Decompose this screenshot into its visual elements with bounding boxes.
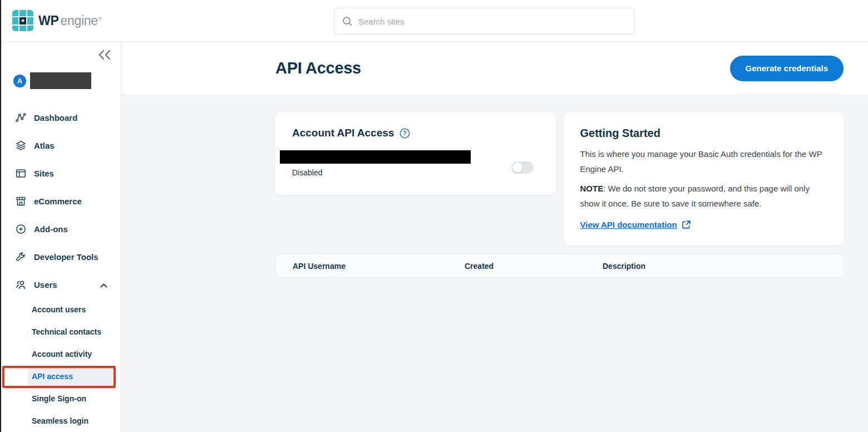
sidebar-item-ecommerce[interactable]: eCommerce: [1, 187, 121, 215]
wp-engine-app: ✦ WP engine ® A: [0, 0, 868, 432]
card-title: Getting Started: [580, 127, 827, 140]
layers-icon: [16, 140, 26, 151]
api-access-status: Disabled: [292, 168, 539, 177]
users-subnav: Account users Technical contacts Account…: [1, 298, 121, 432]
column-description: Description: [603, 262, 843, 271]
redacted-account-name: [30, 72, 91, 89]
subitem-label: Technical contacts: [32, 327, 101, 336]
storefront-icon: [16, 196, 26, 207]
svg-text:?: ?: [403, 130, 407, 136]
external-link-icon: [682, 220, 691, 229]
sidebar-nav: Dashboard Atlas: [1, 104, 121, 432]
column-created: Created: [465, 262, 603, 271]
top-bar: ✦ WP engine ®: [1, 0, 868, 42]
sidebar-item-label: Users: [34, 280, 57, 289]
main-content: API Access Generate credentials Account …: [121, 42, 868, 432]
wp-engine-logo: ✦ WP engine ®: [12, 10, 102, 31]
subitem-label: Seamless login: [32, 416, 88, 425]
getting-started-paragraph: This is where you manage your Basic Auth…: [580, 146, 827, 176]
sidebar-item-developer-tools[interactable]: Developer Tools: [1, 243, 121, 271]
search-input[interactable]: [358, 17, 634, 26]
sidebar-item-label: Developer Tools: [34, 252, 98, 262]
sidebar-item-addons[interactable]: Add-ons: [1, 215, 121, 243]
card-title: Account API Access: [292, 127, 394, 139]
account-api-access-card: Account API Access ? Disabled: [275, 112, 555, 195]
sidebar-collapse-button[interactable]: [1, 42, 121, 60]
sidebar-item-label: eCommerce: [34, 197, 82, 206]
note-text: : We do not store your password, and thi…: [580, 184, 810, 208]
sidebar-item-account-users[interactable]: Account users: [1, 298, 121, 321]
sidebar: A Dashboard: [1, 42, 121, 432]
browser-layout-icon: [16, 168, 26, 179]
dashboard-icon: [16, 112, 26, 123]
account-selector[interactable]: A: [13, 72, 121, 89]
toggle-knob: [512, 163, 522, 173]
page-header: API Access Generate credentials: [121, 42, 868, 95]
page-title: API Access: [275, 59, 361, 77]
getting-started-card: Getting Started This is where you manage…: [564, 112, 844, 246]
sidebar-item-label: Dashboard: [34, 113, 77, 122]
content-area: Account API Access ? Disabled: [121, 95, 868, 278]
sidebar-item-label: Sites: [34, 169, 54, 178]
wrench-icon: [16, 252, 26, 262]
sidebar-item-technical-contacts[interactable]: Technical contacts: [1, 321, 121, 343]
sidebar-item-single-sign-on[interactable]: Single Sign-on: [1, 387, 121, 410]
sidebar-item-account-activity[interactable]: Account activity: [1, 343, 121, 365]
sidebar-item-label: Add-ons: [34, 224, 68, 234]
subitem-label: Account users: [32, 305, 86, 314]
sidebar-item-dashboard[interactable]: Dashboard: [1, 104, 121, 131]
sidebar-item-api-access[interactable]: API access: [28, 367, 116, 386]
subitem-label: Single Sign-on: [32, 394, 86, 403]
chevron-up-icon: [100, 280, 107, 289]
credentials-table-header: API Username Created Description: [275, 254, 844, 278]
help-icon[interactable]: ?: [400, 128, 410, 139]
site-search[interactable]: [334, 8, 634, 35]
sidebar-item-sites[interactable]: Sites: [1, 159, 121, 187]
account-avatar: A: [13, 75, 26, 87]
sidebar-item-atlas[interactable]: Atlas: [1, 131, 121, 159]
users-icon: [16, 279, 26, 290]
subitem-label: Account activity: [32, 350, 92, 359]
wp-engine-logo-icon: ✦: [12, 10, 33, 31]
column-api-username: API Username: [293, 262, 465, 271]
getting-started-note: NOTE: We do not store your password, and…: [580, 181, 827, 211]
plus-circle-icon: [16, 224, 26, 234]
search-icon: [342, 16, 353, 27]
link-label: View API documentation: [580, 220, 677, 229]
redacted-api-account: [280, 150, 471, 164]
subitem-label: API access: [32, 372, 73, 381]
wp-engine-wordmark: WP engine ®: [38, 13, 102, 28]
api-access-toggle[interactable]: [511, 161, 534, 174]
note-label: NOTE: [580, 184, 604, 193]
sidebar-item-users[interactable]: Users: [1, 271, 121, 298]
sidebar-item-label: Atlas: [34, 141, 55, 150]
sidebar-item-seamless-login[interactable]: Seamless login: [1, 410, 121, 432]
double-chevron-left-icon: [98, 50, 111, 60]
generate-credentials-button[interactable]: Generate credentials: [730, 56, 844, 81]
view-api-documentation-link[interactable]: View API documentation: [580, 220, 691, 229]
